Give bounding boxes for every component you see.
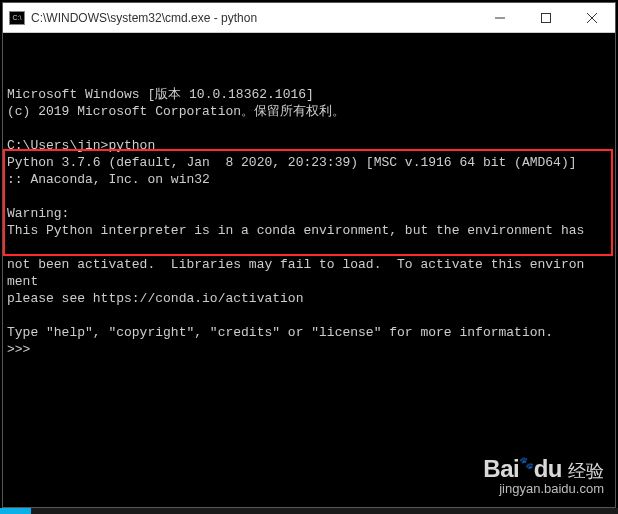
terminal-line: Microsoft Windows [版本 10.0.18362.1016] — [7, 86, 611, 103]
terminal-line — [7, 307, 611, 324]
watermark-brand: Bai🐾du — [483, 455, 562, 483]
terminal-line: please see https://conda.io/activation — [7, 290, 611, 307]
terminal-line: Python 3.7.6 (default, Jan 8 2020, 20:23… — [7, 154, 611, 171]
close-icon — [587, 13, 597, 23]
terminal-line: (c) 2019 Microsoft Corporation。保留所有权利。 — [7, 103, 611, 120]
watermark-cn: 经验 — [568, 459, 604, 483]
terminal-output[interactable]: Microsoft Windows [版本 10.0.18362.1016](c… — [3, 33, 615, 507]
terminal-line: This Python interpreter is in a conda en… — [7, 222, 611, 239]
cmd-window: C:\ C:\WINDOWS\system32\cmd.exe - python… — [2, 2, 616, 508]
close-button[interactable] — [569, 3, 615, 32]
svg-rect-1 — [542, 13, 551, 22]
terminal-line: not been activated. Libraries may fail t… — [7, 256, 611, 273]
terminal-line: ment — [7, 273, 611, 290]
cmd-icon: C:\ — [9, 11, 25, 25]
minimize-icon — [495, 13, 505, 23]
terminal-line: C:\Users\jin>python — [7, 137, 611, 154]
terminal-line: Warning: — [7, 205, 611, 222]
paw-icon: 🐾 — [519, 456, 534, 470]
terminal-line — [7, 239, 611, 256]
terminal-line: >>> — [7, 341, 611, 358]
watermark: Bai🐾du 经验 jingyan.baidu.com — [483, 455, 604, 496]
terminal-line: Type "help", "copyright", "credits" or "… — [7, 324, 611, 341]
terminal-line — [7, 188, 611, 205]
maximize-icon — [541, 13, 551, 23]
window-controls — [477, 3, 615, 32]
maximize-button[interactable] — [523, 3, 569, 32]
watermark-url: jingyan.baidu.com — [483, 481, 604, 496]
titlebar[interactable]: C:\ C:\WINDOWS\system32\cmd.exe - python — [3, 3, 615, 33]
minimize-button[interactable] — [477, 3, 523, 32]
terminal-line: :: Anaconda, Inc. on win32 — [7, 171, 611, 188]
taskbar-edge — [0, 508, 618, 514]
terminal-line — [7, 120, 611, 137]
window-title: C:\WINDOWS\system32\cmd.exe - python — [31, 11, 477, 25]
